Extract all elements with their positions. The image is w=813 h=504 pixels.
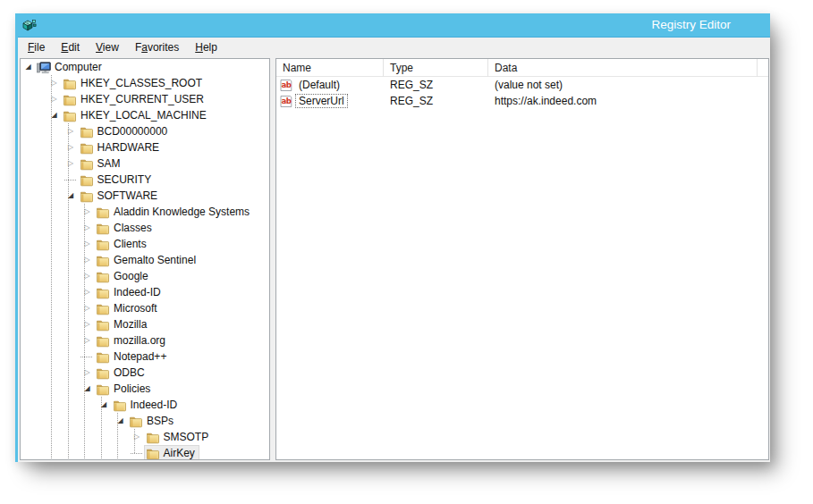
registry-tree-panel[interactable]: ◢ Computer▷ HKEY_CLASSES_ROOT▷ HKEY_CURR… <box>20 58 270 460</box>
tree-arrow-collapsed-icon[interactable]: ▷ <box>47 75 61 91</box>
tree-arrow-expanded-icon[interactable]: ◢ <box>114 413 127 429</box>
value-name: ServerUrl <box>295 94 348 108</box>
tree-item-inner[interactable]: Computer <box>35 59 106 75</box>
tree-item-inner[interactable]: Classes <box>94 220 157 236</box>
tree-item-google[interactable]: ▷ Google <box>21 268 269 284</box>
tree-item-label: AirKey <box>164 447 195 459</box>
tree-arrow-collapsed-icon[interactable]: ▷ <box>80 284 94 300</box>
tree-arrow-collapsed-icon[interactable]: ▷ <box>80 220 94 236</box>
menu-item-favorites[interactable]: Favorites <box>127 39 187 55</box>
value-row--default-[interactable]: ab (Default)REG_SZ(value not set) <box>276 77 768 93</box>
tree-arrow-collapsed-icon[interactable]: ▷ <box>80 252 94 268</box>
value-name-cell[interactable]: ab (Default) <box>276 78 384 92</box>
menu-item-file[interactable]: File <box>20 39 53 55</box>
folder-icon <box>129 415 143 428</box>
tree-item-inner[interactable]: SECURITY <box>78 172 157 188</box>
value-type-cell: REG_SZ <box>384 79 488 91</box>
tree-item-inner[interactable]: SMSOTP <box>144 429 214 445</box>
tree-arrow-collapsed-icon[interactable]: ▷ <box>80 300 94 316</box>
tree-arrow-expanded-icon[interactable]: ◢ <box>21 59 35 75</box>
tree-item-hkey-classes-root[interactable]: ▷ HKEY_CLASSES_ROOT <box>21 75 269 91</box>
tree-item-classes[interactable]: ▷ Classes <box>21 220 269 236</box>
title-bar[interactable]: Registry Editor <box>15 13 770 38</box>
tree-item-hardware[interactable]: ▷ HARDWARE <box>21 139 269 155</box>
tree-arrow-collapsed-icon[interactable]: ▷ <box>80 332 94 349</box>
tree-item-label: Aladdin Knowledge Systems <box>114 206 250 218</box>
tree-item-inner[interactable]: Google <box>94 268 153 284</box>
tree-arrow-collapsed-icon[interactable]: ▷ <box>64 139 78 155</box>
tree-item-inner[interactable]: Policies <box>94 381 155 397</box>
column-header-name[interactable]: Name <box>276 59 384 77</box>
folder-icon <box>146 431 160 444</box>
tree-item-aladdin-knowledge-systems[interactable]: ▷ Aladdin Knowledge Systems <box>21 204 269 220</box>
column-header-type[interactable]: Type <box>384 59 488 77</box>
tree-item-inner[interactable]: BCD00000000 <box>78 123 173 139</box>
value-row-serverurl[interactable]: ab ServerUrlREG_SZhttps://ak.indeed.com <box>276 93 768 109</box>
tree-item-inner[interactable]: mozilla.org <box>94 332 170 349</box>
tree-connector-stub <box>64 172 78 188</box>
tree-item-inner[interactable]: SAM <box>78 155 125 172</box>
tree-item-inner[interactable]: HKEY_CURRENT_USER <box>61 91 208 107</box>
tree-item-security[interactable]: SECURITY <box>21 172 269 188</box>
tree-item-mozilla-org[interactable]: ▷ mozilla.org <box>21 332 269 349</box>
tree-item-indeed-id[interactable]: ▷ Indeed-ID <box>21 284 269 300</box>
tree-item-gemalto-sentinel[interactable]: ▷ Gemalto Sentinel <box>21 252 269 268</box>
values-list-panel[interactable]: NameTypeData ab (Default)REG_SZ(value no… <box>275 58 769 460</box>
tree-item-clients[interactable]: ▷ Clients <box>21 236 269 252</box>
tree-arrow-collapsed-icon[interactable]: ▷ <box>80 365 94 381</box>
tree-arrow-expanded-icon[interactable]: ◢ <box>80 381 94 397</box>
tree-item-software[interactable]: ◢ SOFTWARE <box>21 188 269 204</box>
tree-arrow-collapsed-icon[interactable]: ▷ <box>47 91 61 107</box>
tree-arrow-expanded-icon[interactable]: ◢ <box>97 397 111 413</box>
tree-item-computer[interactable]: ◢ Computer <box>21 59 269 75</box>
value-name-cell[interactable]: ab ServerUrl <box>276 94 384 108</box>
tree-item-bcd00000000[interactable]: ▷ BCD00000000 <box>21 123 269 139</box>
menu-item-view[interactable]: View <box>88 39 127 55</box>
tree-item-hkey-current-user[interactable]: ▷ HKEY_CURRENT_USER <box>21 91 269 107</box>
tree-item-inner[interactable]: Microsoft <box>94 300 162 316</box>
tree-arrow-expanded-icon[interactable]: ◢ <box>47 107 61 123</box>
tree-item-label: BSPs <box>147 415 174 427</box>
tree-item-inner[interactable]: Gemalto Sentinel <box>94 252 200 268</box>
tree-item-inner[interactable]: SOFTWARE <box>78 188 163 204</box>
tree-item-inner[interactable]: HKEY_CLASSES_ROOT <box>61 75 207 91</box>
tree-item-inner[interactable]: HKEY_LOCAL_MACHINE <box>61 107 211 123</box>
column-header-data[interactable]: Data <box>488 59 758 77</box>
tree-arrow-collapsed-icon[interactable]: ▷ <box>80 268 94 284</box>
tree-item-policies[interactable]: ◢ Policies <box>21 381 269 397</box>
computer-icon <box>37 61 51 74</box>
tree-arrow-collapsed-icon[interactable]: ▷ <box>64 123 78 139</box>
tree-item-mozilla[interactable]: ▷ Mozilla <box>21 316 269 332</box>
tree-item-inner[interactable]: AirKey <box>144 445 199 460</box>
window-title: Registry Editor <box>651 13 731 37</box>
tree-arrow-collapsed-icon[interactable]: ▷ <box>80 316 94 332</box>
tree-item-inner[interactable]: BSPs <box>127 413 178 429</box>
tree-item-inner[interactable]: Indeed-ID <box>94 284 165 300</box>
folder-icon <box>96 318 110 332</box>
tree-arrow-collapsed-icon[interactable]: ▷ <box>131 429 144 445</box>
tree-item-sam[interactable]: ▷ SAM <box>21 155 269 172</box>
tree-arrow-collapsed-icon[interactable]: ▷ <box>80 204 94 220</box>
tree-item-bsps[interactable]: ◢ BSPs <box>21 413 269 429</box>
tree-item-microsoft[interactable]: ▷ Microsoft <box>21 300 269 316</box>
tree-item-inner[interactable]: Clients <box>94 236 151 252</box>
tree-item-notepad-[interactable]: Notepad++ <box>21 349 269 365</box>
tree-item-inner[interactable]: HARDWARE <box>78 139 165 155</box>
tree-item-inner[interactable]: Notepad++ <box>94 349 171 365</box>
tree-item-airkey[interactable]: AirKey <box>21 445 269 460</box>
tree-item-hkey-local-machine[interactable]: ◢ HKEY_LOCAL_MACHINE <box>21 107 269 123</box>
tree-item-smsotp[interactable]: ▷ SMSOTP <box>21 429 269 445</box>
tree-item-odbc[interactable]: ▷ ODBC <box>21 365 269 381</box>
tree-item-inner[interactable]: Aladdin Knowledge Systems <box>94 204 254 220</box>
tree-item-inner[interactable]: Mozilla <box>94 316 151 332</box>
tree-arrow-expanded-icon[interactable]: ◢ <box>64 188 78 204</box>
tree-item-inner[interactable]: Indeed-ID <box>111 397 182 413</box>
menu-item-edit[interactable]: Edit <box>53 39 88 55</box>
tree-arrow-collapsed-icon[interactable]: ▷ <box>64 155 78 172</box>
menu-item-help[interactable]: Help <box>187 39 225 55</box>
folder-icon <box>63 93 77 106</box>
tree-arrow-collapsed-icon[interactable]: ▷ <box>80 236 94 252</box>
tree-item-inner[interactable]: ODBC <box>94 365 149 381</box>
tree-item-indeed-id[interactable]: ◢ Indeed-ID <box>21 397 269 413</box>
string-value-icon: ab <box>280 95 292 108</box>
